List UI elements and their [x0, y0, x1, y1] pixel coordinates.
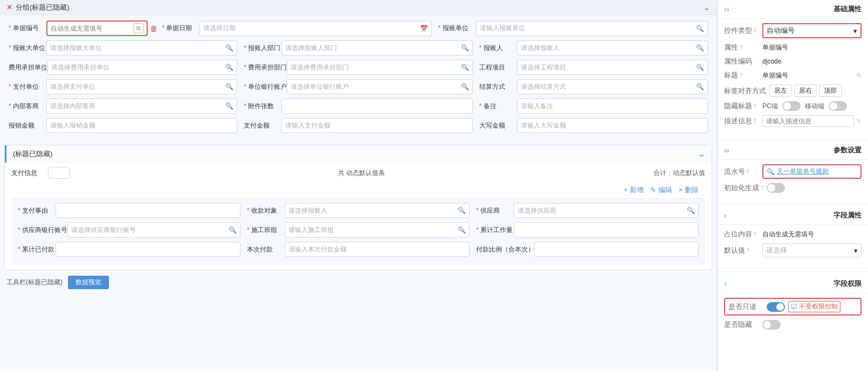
flow-search-icon[interactable]: 🔍	[767, 168, 775, 176]
dwyhzh-ph: 请选择单位银行账户	[291, 82, 349, 92]
edit-action[interactable]: ✎ 编辑	[650, 185, 672, 195]
edit-icon-1[interactable]: ✎	[856, 72, 862, 79]
zfdw-input[interactable]: 请选择支付单位 🔍	[46, 79, 237, 94]
help-icon-5[interactable]: ?	[753, 118, 756, 124]
align-top-button[interactable]: 顶部	[819, 85, 842, 97]
readonly-toggle[interactable]	[767, 302, 785, 312]
help-icon-3[interactable]: ?	[739, 72, 742, 79]
baozhr-input[interactable]: 请选择报账人 🔍	[517, 40, 708, 55]
field-sgbz: 施工班组 请输入施工班组 🔍	[247, 222, 470, 237]
search-icon-2: 🔍	[225, 44, 233, 52]
expand-icon[interactable]: ⌄	[703, 2, 710, 12]
skdx-input[interactable]: 请选择报账人 🔍	[285, 203, 470, 218]
help-icon-7[interactable]: ?	[760, 185, 763, 191]
toolbar-row: 工具栏(标题已隐藏) 数据预览	[0, 272, 717, 292]
flow-link[interactable]: 天一单据单号规则	[777, 167, 829, 176]
flow-label: 流水号 ?	[724, 167, 759, 177]
pc-toggle[interactable]	[782, 101, 801, 111]
gcxm-input[interactable]: 请选择工程项目 🔍	[517, 60, 708, 75]
dwyhzh-input[interactable]: 请选择单位银行账户 🔍	[287, 79, 472, 94]
dzje-input[interactable]: 请输入大写金额	[517, 118, 708, 133]
fjzs-input[interactable]	[281, 99, 472, 114]
align-left-button[interactable]: 居左	[769, 85, 792, 97]
zfje-label: 支付金额	[244, 121, 281, 130]
field-rights-header[interactable]: › 字段权限	[718, 275, 868, 293]
hidden-toggle[interactable]	[762, 320, 781, 330]
nbks-ph: 请选择内部客商	[50, 102, 95, 111]
field-date: 单据日期 请选择日期 📅	[162, 21, 432, 36]
no-permission-checkbox[interactable]: ☑ 不受权限控制	[788, 301, 841, 312]
gysbyzh-input[interactable]: 请选择供应商银行账号 🔍	[67, 222, 240, 237]
nbks-input[interactable]: 请选择内部客商 🔍	[46, 99, 237, 114]
date-placeholder: 请选择日期	[203, 24, 236, 33]
field-rights-title: 字段权限	[833, 279, 862, 289]
placeholder-label: 占位内容 ?	[724, 229, 759, 239]
desc-input[interactable]	[762, 115, 854, 127]
pc-label: PC端	[762, 102, 778, 111]
dzje-label: 大写金额	[479, 121, 517, 130]
subsection-expand[interactable]: ⌄	[698, 149, 705, 159]
gys-input[interactable]: 请选择供应商 🔍	[514, 203, 699, 218]
edit-icon-2[interactable]: ✎	[856, 117, 862, 125]
mobile-toggle[interactable]	[829, 101, 847, 111]
field-nbks: 内部客商 请选择内部客商 🔍	[9, 99, 237, 114]
fkbl-input[interactable]	[534, 242, 699, 257]
bxje-ph: 请输入报销金额	[50, 121, 95, 130]
group-header-bar: ✕ 分组(标题已隐藏) ⌄	[0, 0, 717, 15]
align-right-button[interactable]: 居右	[794, 85, 817, 97]
field-skdx: 收款对象 请选择报账人 🔍	[247, 203, 470, 218]
divider-1	[718, 138, 868, 138]
help-icon-2[interactable]: ?	[739, 44, 742, 51]
baozhbm-label: 报账人部门	[244, 44, 281, 53]
help-icon-6[interactable]: ?	[746, 169, 749, 175]
field-fkbl: 付款比例（合本次）	[476, 242, 699, 257]
prop-row-hidden: 是否隐藏	[724, 320, 862, 330]
dwyhzh-label: 单位银行账户	[244, 82, 287, 92]
default-select[interactable]: 请选择 ▾	[762, 243, 862, 257]
mobile-label: 移动端	[805, 102, 824, 111]
ljgzl-input[interactable]	[514, 222, 699, 237]
bcfk-input[interactable]: 请输入本次付款金额	[285, 242, 470, 257]
field-baozhangsw: 报账单位 请输入报账单位 🔍	[438, 21, 708, 36]
field-rights-section: › 字段权限 是否只读 ☑ 不受权限控制	[718, 271, 868, 338]
date-input[interactable]: 请选择日期 📅	[199, 21, 432, 36]
form-row-0: 单据编号 ⧉ 🗑 单据日期 请选择日期 📅	[9, 20, 708, 36]
add-action[interactable]: + 新增	[624, 185, 644, 195]
help-icon-9[interactable]: ?	[746, 247, 749, 254]
param-header[interactable]: ›› 参数设置	[718, 141, 868, 160]
zfsy-input[interactable]	[56, 203, 240, 218]
close-icon[interactable]: ✕	[6, 3, 12, 11]
preview-button[interactable]: 数据预览	[68, 276, 109, 289]
field-props-header[interactable]: › 字段属性	[718, 206, 868, 225]
help-icon-1[interactable]: ?	[753, 27, 756, 34]
ljyfk-input[interactable]	[56, 242, 240, 257]
jsfs-label: 结算方式	[479, 82, 517, 92]
hide-title-toggles: PC端 移动端	[762, 101, 862, 111]
sgbz-input[interactable]: 请输入施工班组 🔍	[285, 222, 470, 237]
main-container: ✕ 分组(标题已隐藏) ⌄ 单据编号 ⧉ 🗑 单据日期	[0, 0, 868, 371]
baozhbm-ph: 请选择报账人部门	[285, 44, 337, 53]
help-icon-8[interactable]: ?	[753, 231, 756, 237]
baozhangsw-input[interactable]: 请输入报账单位 🔍	[476, 21, 708, 36]
field-djcode: 单据编号 ⧉ 🗑	[9, 20, 149, 36]
param-body: 流水号 ? 🔍 天一单据单号规则 初始化生成 ?	[718, 160, 868, 201]
bz-input[interactable]: 请输入备注	[517, 99, 708, 114]
baozhdw-input[interactable]: 请选择报账大单位 🔍	[46, 40, 237, 55]
init-toggle[interactable]	[767, 183, 785, 193]
fycdw-input[interactable]: 请选择费用承担单位 🔍	[47, 60, 237, 75]
bxje-input[interactable]: 请输入报销金额	[46, 118, 237, 133]
delete-button[interactable]: 🗑	[150, 24, 157, 33]
bz-label: 备注	[479, 102, 517, 111]
jsfs-input[interactable]: 请选择结算方式 🔍	[517, 79, 708, 94]
djcode-input[interactable]	[51, 25, 132, 32]
search-icon-6: 🔍	[461, 64, 469, 71]
fycbm-input[interactable]: 请选择费用承担部门 🔍	[287, 60, 472, 75]
field-bxje: 报销金额 请输入报销金额	[9, 118, 237, 133]
copy-button[interactable]: ⧉	[134, 23, 143, 33]
zfje-input[interactable]: 请输入支付金额	[281, 118, 472, 133]
control-type-select[interactable]: 自动编号 ▾	[762, 23, 862, 38]
basic-props-header[interactable]: ›› 基础属性	[718, 0, 868, 19]
help-icon-4[interactable]: ?	[753, 103, 756, 109]
delete-action[interactable]: × 删除	[679, 185, 699, 195]
baozhbm-input[interactable]: 请选择报账人部门 🔍	[281, 40, 472, 55]
